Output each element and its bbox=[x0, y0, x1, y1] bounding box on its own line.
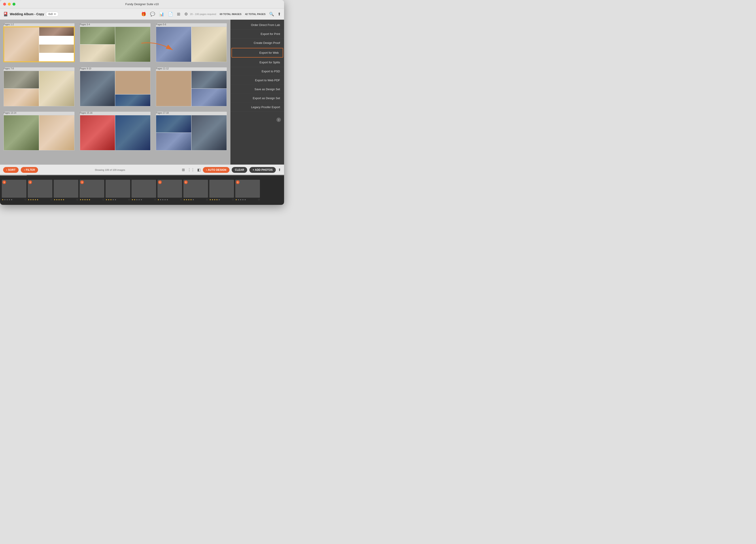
spread-label: Pages 7-8 bbox=[4, 67, 74, 70]
sort-button[interactable]: ‹ SORT bbox=[3, 167, 19, 173]
spread-item[interactable]: Pages 3-4 bbox=[80, 23, 151, 62]
film-item[interactable]: 1 ★ ★ ★ ★ ★ ♡ bbox=[183, 180, 208, 201]
spread-content[interactable] bbox=[80, 71, 151, 106]
star: ★ bbox=[212, 198, 213, 201]
heart-icon[interactable]: ♡ bbox=[128, 198, 130, 201]
photo bbox=[80, 27, 115, 44]
film-item[interactable]: 1 ★ ★ ★ ★ ★ ♡ bbox=[235, 180, 260, 201]
settings-icon[interactable]: ⚙ bbox=[184, 12, 188, 17]
canvas-area[interactable]: Pages 1-2 Pages 3-4 bbox=[0, 20, 230, 164]
spread-content[interactable] bbox=[156, 115, 227, 150]
menu-item-create-proof[interactable]: Create Design Proof bbox=[231, 38, 284, 47]
auto-design-button[interactable]: ‹ AUTO DESIGN bbox=[203, 167, 229, 173]
filter-button[interactable]: ‹ FILTER bbox=[21, 167, 38, 173]
info-icon[interactable]: i bbox=[276, 117, 281, 122]
star: ★ bbox=[183, 198, 185, 201]
spread-item[interactable]: Pages 13-14 bbox=[4, 112, 74, 150]
close-button[interactable] bbox=[3, 3, 6, 6]
film-item[interactable]: 1 ★ ★ ★ ★ ★ ♡ bbox=[80, 180, 104, 201]
star: ★ bbox=[244, 198, 246, 201]
star: ★ bbox=[60, 198, 62, 201]
film-strip[interactable]: 1 ★ ★ ★ ★ ★ ♡ 1 ★ ★ ★ bbox=[0, 176, 284, 205]
spread-content[interactable] bbox=[80, 115, 151, 150]
spread-content[interactable] bbox=[4, 71, 74, 106]
film-badge: 1 bbox=[80, 180, 84, 184]
heart-icon[interactable]: ♡ bbox=[24, 198, 26, 201]
film-item[interactable]: ★ ★ ★ ★ ★ ♡ bbox=[209, 180, 234, 201]
heart-icon[interactable]: ♡ bbox=[180, 198, 182, 201]
search-icon[interactable]: 🔍 bbox=[269, 12, 274, 17]
heart-icon[interactable]: ♡ bbox=[50, 198, 52, 201]
spread-content[interactable] bbox=[80, 27, 151, 62]
star: ★ bbox=[108, 198, 110, 201]
heart-icon[interactable]: ♡ bbox=[232, 198, 234, 201]
menu-item-export-web[interactable]: Export for Web bbox=[231, 48, 283, 57]
star: ★ bbox=[106, 198, 107, 201]
photo bbox=[4, 71, 39, 88]
film-item[interactable]: 1 ★ ★ ★ ★ ★ ♡ bbox=[157, 180, 182, 201]
add-photos-button[interactable]: + ADD PHOTOS bbox=[249, 167, 276, 173]
star: ★ bbox=[37, 198, 38, 201]
clear-button[interactable]: CLEAR bbox=[232, 167, 247, 173]
edit-icon[interactable]: ✏ bbox=[54, 13, 56, 16]
photo bbox=[156, 71, 191, 106]
dots-icon[interactable]: ⋮⋮ bbox=[187, 168, 195, 172]
heart-icon[interactable]: ♡ bbox=[76, 198, 78, 201]
film-item[interactable]: ★ ★ ★ ★ ★ ♡ bbox=[132, 180, 156, 201]
star: ★ bbox=[157, 198, 159, 201]
spread-item[interactable]: Pages 1-2 bbox=[4, 23, 74, 62]
menu-item-export-psd[interactable]: Export to PSD bbox=[231, 67, 284, 76]
photo bbox=[115, 71, 150, 94]
star: ★ bbox=[11, 198, 13, 201]
film-thumb: 1 bbox=[2, 180, 26, 198]
size-badge[interactable]: 8x8 ✏ bbox=[46, 12, 58, 17]
menu-item-order-direct[interactable]: Order Direct From Lab bbox=[231, 20, 284, 30]
menu-item-export-web-pdf[interactable]: Export to Web PDF bbox=[231, 76, 284, 85]
main-area: Pages 1-2 Pages 3-4 bbox=[0, 20, 284, 164]
star: ★ bbox=[6, 198, 8, 201]
film-item[interactable]: ★ ★ ★ ★ ★ ♡ bbox=[106, 180, 130, 201]
heart-icon[interactable]: ♡ bbox=[206, 198, 208, 201]
spread-content[interactable] bbox=[4, 27, 74, 62]
spread-item[interactable]: Pages 11-12 bbox=[156, 67, 227, 106]
spread-label: Pages 5-6 bbox=[156, 23, 227, 26]
showing-text: Showing 109 of 109 images bbox=[40, 168, 179, 171]
spread-item[interactable]: Pages 5-6 bbox=[156, 23, 227, 62]
photo bbox=[39, 115, 74, 150]
page-icon[interactable]: 📄 bbox=[168, 12, 173, 17]
spread-content[interactable] bbox=[156, 27, 227, 62]
menu-item-export-print[interactable]: Export for Print bbox=[231, 30, 284, 38]
heart-icon[interactable]: ♡ bbox=[154, 198, 156, 201]
export-small-icon[interactable]: ⬆ bbox=[278, 168, 281, 172]
photo bbox=[39, 27, 74, 36]
grid-view-icon[interactable]: ⊞ bbox=[182, 168, 185, 172]
share-icon[interactable]: ⬆ bbox=[278, 12, 281, 17]
menu-item-save-design-set[interactable]: Save as Design Set bbox=[231, 85, 284, 94]
spread-item[interactable]: Pages 9-10 bbox=[80, 67, 151, 106]
heart-icon[interactable]: ♡ bbox=[102, 198, 104, 201]
heart-icon[interactable]: ♡ bbox=[258, 198, 260, 201]
menu-item-export-design-set[interactable]: Export as Design Set bbox=[231, 94, 284, 103]
fullscreen-button[interactable] bbox=[13, 3, 15, 6]
export-icon[interactable]: 🎁 bbox=[141, 12, 146, 17]
spread-content[interactable] bbox=[4, 115, 74, 150]
film-item[interactable]: 1 ★ ★ ★ ★ ★ ♡ bbox=[28, 180, 52, 201]
spread-content[interactable] bbox=[156, 71, 227, 106]
spread-item[interactable]: Pages 7-8 bbox=[4, 67, 74, 106]
menu-item-export-splits[interactable]: Export for Splits bbox=[231, 58, 284, 67]
layers-icon[interactable]: ◧ bbox=[197, 168, 201, 172]
film-thumb: 1 bbox=[80, 180, 104, 198]
spread-item[interactable]: Pages 17-18 bbox=[156, 112, 227, 150]
grid-icon[interactable]: ⊞ bbox=[177, 12, 180, 17]
spread-label: Pages 9-10 bbox=[80, 67, 151, 70]
comment-icon[interactable]: 💬 bbox=[150, 12, 155, 17]
star: ★ bbox=[132, 198, 133, 201]
spread-item[interactable]: Pages 15-16 bbox=[80, 112, 151, 150]
star: ★ bbox=[32, 198, 34, 201]
film-item[interactable]: 1 ★ ★ ★ ★ ★ ♡ bbox=[2, 180, 26, 201]
menu-item-legacy-export[interactable]: Legacy Proofer Export bbox=[231, 103, 284, 112]
film-item[interactable]: ★ ★ ★ ★ ★ ♡ bbox=[54, 180, 78, 201]
minimize-button[interactable] bbox=[8, 3, 11, 6]
layout-icon[interactable]: 📊 bbox=[159, 12, 164, 17]
spread-label: Pages 17-18 bbox=[156, 112, 227, 114]
